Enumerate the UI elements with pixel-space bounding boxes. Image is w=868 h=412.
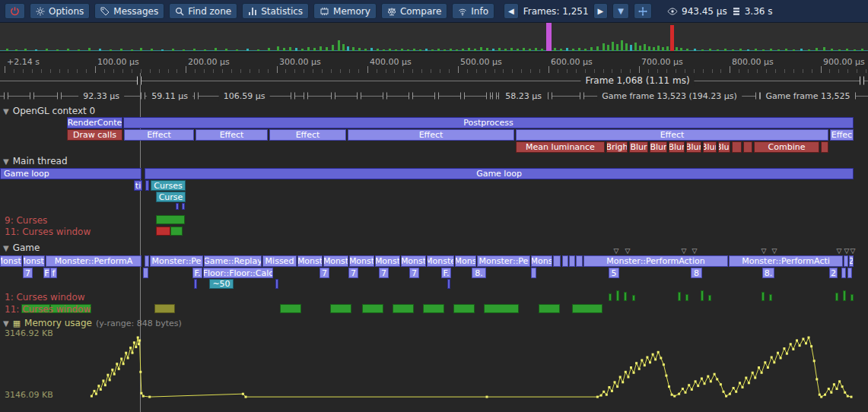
zone[interactable]: Monste: [0, 255, 22, 267]
zone[interactable]: Blur: [703, 141, 717, 153]
frame-bar[interactable]: [590, 47, 593, 51]
zone[interactable]: [275, 279, 278, 289]
zone[interactable]: [553, 255, 561, 267]
plot-bar[interactable]: [609, 293, 612, 301]
frame-bar[interactable]: [450, 49, 452, 51]
frame-bar[interactable]: [24, 49, 27, 51]
plot-bar[interactable]: [624, 292, 627, 301]
frame-bar[interactable]: [383, 49, 385, 51]
zone[interactable]: 7: [23, 268, 33, 278]
zone-marker-icon[interactable]: ▽: [625, 248, 631, 255]
frame-bar[interactable]: [35, 49, 37, 51]
frame-bar[interactable]: [510, 48, 513, 51]
frame-bar[interactable]: [831, 49, 833, 51]
frame-bar[interactable]: [257, 49, 259, 51]
plot-box[interactable]: [572, 304, 603, 313]
zone[interactable]: Missed: [262, 255, 297, 267]
frame-bar[interactable]: [541, 49, 543, 51]
frame-bar[interactable]: [389, 49, 391, 51]
zone[interactable]: Mons: [455, 255, 476, 267]
zone[interactable]: 8: [691, 268, 702, 278]
frame-bar[interactable]: [131, 49, 133, 51]
zone[interactable]: Effect: [196, 129, 268, 141]
frame-bar[interactable]: [596, 46, 599, 51]
frame-bar[interactable]: [861, 49, 863, 51]
frame-bar[interactable]: [800, 49, 803, 51]
frame-bar[interactable]: [732, 49, 734, 51]
zone[interactable]: [145, 180, 149, 191]
frame-dropdown-button[interactable]: ▼: [612, 3, 629, 19]
plot-box[interactable]: [539, 304, 560, 313]
zone[interactable]: Monst: [297, 255, 323, 267]
frame-bar[interactable]: [777, 49, 780, 51]
zone-marker-icon[interactable]: ▽: [844, 248, 850, 255]
frame-bar[interactable]: [680, 48, 682, 51]
frame-bar[interactable]: [110, 49, 112, 51]
zone[interactable]: [145, 255, 149, 267]
frame-bar[interactable]: [377, 49, 379, 51]
frame-bar[interactable]: [529, 49, 531, 51]
zone-marker-icon[interactable]: ▽: [761, 248, 767, 255]
frame-bar[interactable]: [140, 48, 142, 51]
frame-bar[interactable]: [407, 49, 409, 51]
zone[interactable]: Monste: [23, 255, 45, 267]
zone[interactable]: 2: [829, 268, 838, 278]
game-frames-band[interactable]: 92.33 µs59.11 µs106.59 µs58.23 µsGame fr…: [0, 88, 868, 103]
frame-bar[interactable]: [474, 49, 476, 51]
plot-box[interactable]: [280, 304, 301, 313]
zone[interactable]: Blur: [686, 141, 701, 153]
frame-bar[interactable]: [535, 48, 537, 51]
plot-box[interactable]: [156, 215, 185, 224]
frame-bar[interactable]: [504, 49, 507, 51]
frame-bar[interactable]: [437, 49, 440, 51]
zone[interactable]: Monster::PerformAction: [583, 255, 728, 267]
zone[interactable]: [576, 255, 583, 267]
frame-bar[interactable]: [395, 49, 397, 51]
zone[interactable]: 7: [320, 268, 329, 278]
frame-bar[interactable]: [46, 49, 48, 51]
frame-bar[interactable]: [701, 49, 704, 51]
plot-box[interactable]: [484, 304, 519, 313]
frame-bar[interactable]: [480, 47, 482, 51]
zone[interactable]: 7: [409, 268, 419, 278]
frame-bar[interactable]: [616, 44, 618, 51]
zone[interactable]: 5: [609, 268, 619, 278]
frame-bar[interactable]: [347, 46, 349, 51]
plot-bar[interactable]: [761, 292, 765, 301]
frame-bar[interactable]: [6, 49, 8, 51]
zone[interactable]: Effect: [269, 129, 346, 141]
frame-bar[interactable]: [456, 49, 458, 51]
zone[interactable]: Brigh: [606, 141, 628, 153]
frame-bar[interactable]: [694, 49, 696, 51]
frame-bar[interactable]: [566, 48, 568, 51]
zone[interactable]: Monst: [375, 255, 400, 267]
frame-bar[interactable]: [639, 46, 641, 51]
frame-bar[interactable]: [747, 49, 749, 51]
zone[interactable]: Effect: [516, 129, 828, 141]
frame-bar[interactable]: [838, 49, 841, 51]
zone[interactable]: Monst: [401, 255, 426, 267]
zone[interactable]: 2: [849, 255, 854, 267]
zone[interactable]: Game loop: [0, 168, 141, 179]
prev-frame-button[interactable]: ◀: [504, 3, 519, 19]
plot-bar[interactable]: [632, 295, 635, 301]
frame-bar[interactable]: [717, 49, 719, 51]
frame-bar[interactable]: [724, 49, 727, 51]
frame-bar[interactable]: [444, 49, 446, 51]
zone[interactable]: ~50: [209, 279, 234, 289]
zone-marker-icon[interactable]: ▽: [692, 248, 698, 255]
zone[interactable]: [732, 141, 742, 153]
frame-bar[interactable]: [762, 49, 765, 51]
statistics-button[interactable]: Statistics: [242, 3, 309, 19]
zone[interactable]: [176, 203, 179, 210]
frame-bar[interactable]: [151, 49, 153, 51]
zone[interactable]: [143, 268, 148, 278]
frame-bar[interactable]: [676, 47, 678, 51]
time-ruler[interactable]: +2.14 s100.00 µs200.00 µs300.00 µs400.00…: [0, 52, 868, 73]
frame-bar[interactable]: [307, 47, 310, 51]
plot-box[interactable]: [170, 227, 183, 236]
frame-bar[interactable]: [584, 49, 587, 51]
frame-bar[interactable]: [657, 46, 660, 51]
frame-bar[interactable]: [523, 48, 525, 51]
frame-bar[interactable]: [770, 49, 772, 51]
